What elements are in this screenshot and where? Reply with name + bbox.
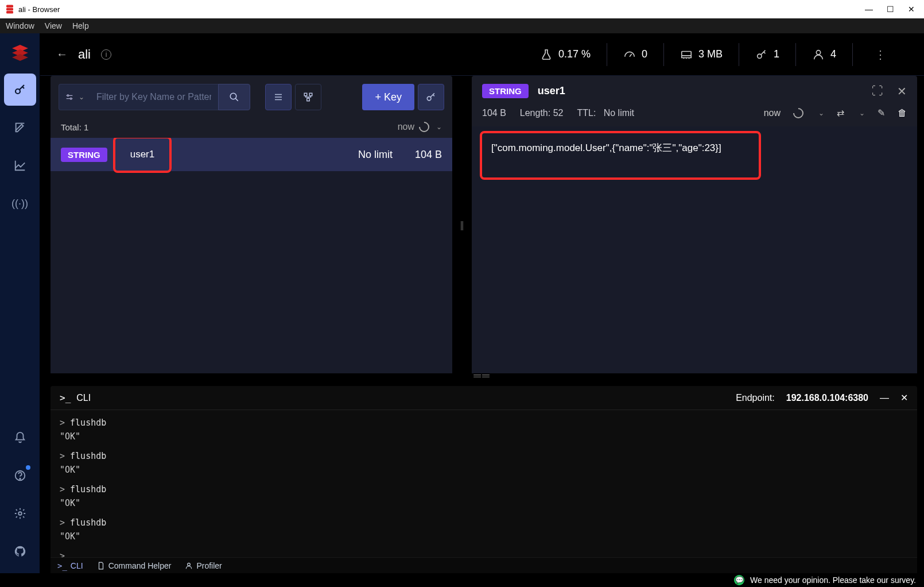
help-badge-dot <box>26 465 30 470</box>
nav-workbench[interactable] <box>4 111 36 144</box>
refresh-icon[interactable] <box>417 119 431 134</box>
tree-view-button[interactable] <box>295 84 321 110</box>
key-row[interactable]: STRING user1 No limit 104 B <box>51 138 452 171</box>
edit-value-button[interactable] <box>878 107 885 118</box>
svg-point-9 <box>816 50 820 54</box>
chevron-down-icon[interactable]: ⌄ <box>436 123 442 131</box>
bulk-actions-button[interactable] <box>418 84 444 110</box>
svg-rect-1 <box>6 8 13 11</box>
refresh-time-label: now <box>398 122 414 132</box>
detail-type-badge: STRING <box>482 84 529 98</box>
svg-point-12 <box>230 93 236 99</box>
search-button[interactable] <box>218 84 250 110</box>
close-detail-button[interactable] <box>897 84 907 98</box>
window-title: ali - Browser <box>18 5 60 14</box>
window-close-button[interactable]: ✕ <box>908 5 915 14</box>
tree-icon <box>303 92 313 102</box>
key-ttl: No limit <box>358 149 393 161</box>
svg-rect-15 <box>307 98 310 101</box>
cli-panel: >_ CLI Endpoint: 192.168.0.104:6380 — > … <box>51 386 917 573</box>
cli-output[interactable]: > flushdb "OK" > flushdb "OK" > flushdb … <box>51 410 917 557</box>
nav-help[interactable] <box>4 459 36 492</box>
nav-github[interactable] <box>4 535 36 567</box>
info-icon[interactable]: i <box>101 49 111 60</box>
survey-icon: 💬 <box>734 575 744 585</box>
stat-memory: 3 MB <box>698 48 723 60</box>
svg-point-8 <box>758 54 762 58</box>
svg-point-10 <box>67 95 69 96</box>
delete-key-button[interactable] <box>898 108 907 118</box>
github-icon <box>14 545 26 558</box>
edit-icon <box>14 121 26 134</box>
redis-logo-icon <box>9 41 32 64</box>
doc-icon <box>97 562 105 570</box>
nav-pubsub[interactable]: ((·)) <box>4 187 36 219</box>
window-titlebar: ali - Browser — ☐ ✕ <box>0 0 924 18</box>
cli-tab-command-helper[interactable]: Command Helper <box>97 561 172 570</box>
key-icon <box>13 83 27 96</box>
cli-tab-cli[interactable]: >_CLI <box>57 561 83 570</box>
fullscreen-button[interactable] <box>872 84 883 98</box>
nav-browser[interactable] <box>4 74 36 106</box>
window-maximize-button[interactable]: ☐ <box>887 5 894 14</box>
key-value-content[interactable]: ["com.moming.model.User",{"name":"张三","a… <box>480 131 761 180</box>
database-header: ← ali i 0.17 % 0 3 MB 1 <box>40 33 924 76</box>
stat-ops: 0 <box>642 48 647 60</box>
survey-text: We need your opinion. Please take our su… <box>750 576 916 585</box>
broadcast-icon: ((·)) <box>11 198 28 210</box>
list-view-button[interactable] <box>265 84 292 110</box>
menubar: Window View Help <box>0 18 924 33</box>
key-name: user1 <box>113 138 172 173</box>
detail-size: 104 B <box>482 108 506 118</box>
filter-options-dropdown[interactable]: ⌄ <box>59 84 90 110</box>
svg-point-6 <box>18 512 22 515</box>
chevron-down-icon[interactable]: ⌄ <box>859 109 865 117</box>
menu-help[interactable]: Help <box>72 21 89 30</box>
profile-icon <box>185 562 193 570</box>
chevron-down-icon[interactable]: ⌄ <box>818 109 824 117</box>
formatter-button[interactable] <box>837 107 844 118</box>
add-key-button[interactable]: + Key <box>362 84 414 110</box>
nav-notifications[interactable] <box>4 422 36 454</box>
detail-ttl-label: TTL: <box>577 108 596 118</box>
detail-key-name: user1 <box>538 85 565 97</box>
detail-length: Length: 52 <box>520 108 564 118</box>
filter-input[interactable] <box>90 84 218 110</box>
database-name: ali <box>78 47 91 62</box>
nav-settings[interactable] <box>4 497 36 530</box>
menu-window[interactable]: Window <box>6 21 34 30</box>
flask-icon <box>540 48 553 61</box>
header-menu-button[interactable]: ⋮ <box>869 48 892 61</box>
help-icon <box>14 469 26 482</box>
gear-icon <box>14 507 26 520</box>
svg-rect-7 <box>682 51 692 55</box>
survey-bar[interactable]: 💬 We need your opinion. Please take our … <box>0 573 924 587</box>
cli-close-button[interactable] <box>900 392 908 403</box>
window-minimize-button[interactable]: — <box>865 5 873 14</box>
cli-minimize-button[interactable]: — <box>880 393 889 403</box>
back-button[interactable]: ← <box>56 48 68 61</box>
key-type-badge: STRING <box>61 148 107 162</box>
key-detail-panel: STRING user1 104 B Length: 52 TTL: No li… <box>472 76 917 373</box>
cli-endpoint: 192.168.0.104:6380 <box>786 393 868 403</box>
svg-rect-2 <box>6 11 13 14</box>
svg-rect-13 <box>304 93 307 96</box>
svg-point-5 <box>20 478 20 479</box>
memory-icon <box>680 48 693 61</box>
menu-view[interactable]: View <box>45 21 62 30</box>
panel-resize-handle[interactable]: ‖ <box>460 76 464 373</box>
keys-bulk-icon <box>425 91 437 103</box>
svg-point-17 <box>188 563 191 566</box>
svg-point-16 <box>427 96 431 101</box>
cli-title: CLI <box>76 393 91 403</box>
refresh-icon[interactable] <box>791 106 805 120</box>
cli-prompt-icon: >_ <box>60 392 71 403</box>
stat-cpu: 0.17 % <box>558 48 591 60</box>
key-stat-icon <box>755 48 768 61</box>
stat-keys: 1 <box>774 48 779 60</box>
nav-analysis[interactable] <box>4 149 36 181</box>
keys-total-label: Total: 1 <box>61 122 88 132</box>
gauge-icon <box>623 48 636 61</box>
cli-tab-profiler[interactable]: Profiler <box>185 561 222 570</box>
cli-resize-handle[interactable]: ══ <box>40 373 924 381</box>
